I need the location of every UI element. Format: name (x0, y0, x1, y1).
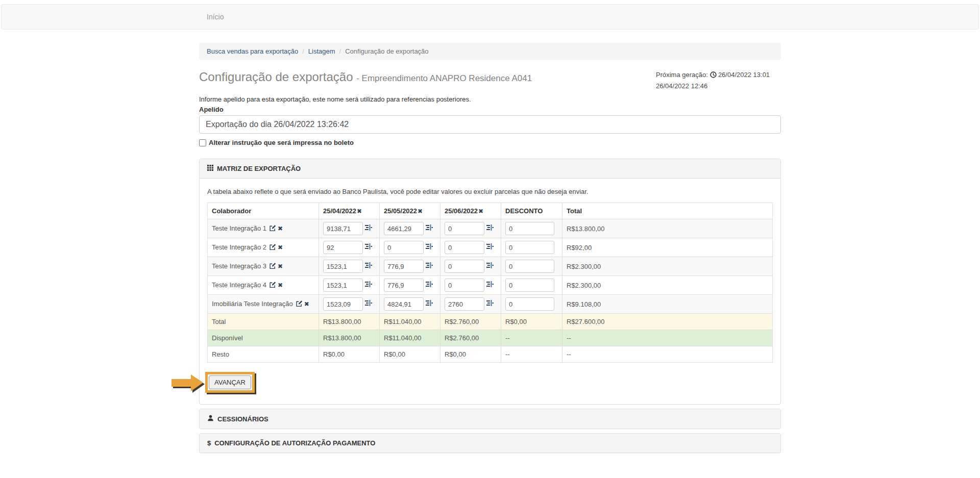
installment-input[interactable] (323, 222, 363, 235)
edit-row-icon[interactable] (269, 263, 276, 271)
row-total: R$2.300,00 (562, 257, 773, 276)
grid-icon (207, 165, 213, 172)
highlight-arrow-icon (172, 372, 205, 395)
table-row: Imobiliária Teste Integração✖ R$9.108,00 (208, 295, 773, 314)
installment-input[interactable] (323, 297, 363, 311)
col-header-date-3: 25/06/2022✖ (440, 203, 501, 219)
col-header-desconto: DESCONTO (501, 203, 562, 219)
installment-input[interactable] (323, 241, 363, 254)
cessionarios-panel-title: CESSIONÁRIOS (217, 415, 268, 423)
distribute-icon[interactable] (486, 244, 494, 251)
breadcrumb-link-busca-vendas[interactable]: Busca vendas para exportação (207, 47, 298, 55)
summary-cell: R$0,00 (380, 346, 440, 363)
autorizacao-pagamento-panel-header[interactable]: $ CONFIGURAÇÃO DE AUTORIZAÇÃO PAGAMENTO (200, 434, 780, 452)
edit-row-icon[interactable] (269, 244, 276, 252)
breadcrumb-link-listagem[interactable]: Listagem (308, 47, 335, 55)
col-header-colaborador: Colaborador (208, 203, 319, 219)
table-row: Teste Integração 4✖ R$2.300,00 (208, 276, 773, 295)
summary-cell: -- (562, 346, 773, 363)
distribute-icon[interactable] (365, 225, 372, 233)
highlight-box: AVANÇAR (205, 372, 255, 393)
next-generation-label: Próxima geração: (656, 71, 708, 79)
remove-row-icon[interactable]: ✖ (278, 225, 283, 232)
collaborator-name: Teste Integração 1 (212, 224, 266, 232)
col-header-total: Total (562, 203, 773, 219)
autorizacao-pagamento-panel: $ CONFIGURAÇÃO DE AUTORIZAÇÃO PAGAMENTO (199, 433, 781, 453)
distribute-icon[interactable] (426, 244, 433, 251)
summary-label: Resto (208, 346, 319, 363)
summary-cell: -- (501, 346, 562, 363)
installment-input[interactable] (384, 260, 424, 273)
distribute-icon[interactable] (426, 300, 433, 308)
remove-column-icon[interactable]: ✖ (418, 208, 423, 215)
alterar-instrucao-checkbox[interactable] (199, 139, 206, 146)
table-row: Teste Integração 3✖ R$2.300,00 (208, 257, 773, 276)
summary-row-disponivel: Disponível R$13.800,00 R$11.040,00 R$2.7… (208, 330, 773, 346)
export-matrix-table: Colaborador 25/04/2022✖ 25/05/2022✖ 25/0… (207, 203, 773, 363)
apelido-input[interactable] (199, 115, 781, 134)
distribute-icon[interactable] (365, 300, 372, 308)
summary-row-resto: Resto R$0,00 R$0,00 R$0,00 -- -- (208, 346, 773, 363)
summary-cell: R$27.600,00 (562, 314, 773, 330)
distribute-icon[interactable] (486, 300, 494, 308)
distribute-icon[interactable] (486, 263, 494, 270)
page-title: Configuração de exportação - Empreendime… (199, 70, 532, 84)
summary-cell: R$0,00 (440, 346, 501, 363)
breadcrumb: Busca vendas para exportação / Listagem … (199, 43, 781, 60)
remove-column-icon[interactable]: ✖ (357, 208, 362, 215)
installment-input[interactable] (384, 297, 424, 311)
nav-item-inicio[interactable]: Início (199, 5, 231, 29)
remove-row-icon[interactable]: ✖ (278, 282, 283, 289)
installment-input[interactable] (384, 241, 424, 254)
breadcrumb-current: Configuração de exportação (345, 47, 428, 55)
installment-input[interactable] (323, 260, 363, 273)
edit-row-icon[interactable] (269, 282, 276, 290)
installment-input[interactable] (445, 279, 484, 292)
remove-row-icon[interactable]: ✖ (304, 300, 309, 308)
collaborator-name: Teste Integração 4 (212, 281, 266, 289)
autorizacao-pagamento-panel-title: CONFIGURAÇÃO DE AUTORIZAÇÃO PAGAMENTO (214, 439, 375, 447)
installment-input[interactable] (384, 222, 424, 235)
table-row: Teste Integração 1✖ R$13.800,00 (208, 219, 773, 238)
next-generation-time: 26/04/2022 13:01 (718, 71, 770, 79)
distribute-icon[interactable] (365, 263, 372, 270)
installment-input[interactable] (445, 260, 484, 273)
matrix-panel-header[interactable]: MATRIZ DE EXPORTAÇÃO (200, 159, 780, 179)
col-header-label: Colaborador (212, 207, 251, 215)
edit-row-icon[interactable] (296, 301, 303, 309)
remove-row-icon[interactable]: ✖ (278, 244, 283, 251)
installment-input[interactable] (323, 279, 363, 292)
desconto-input[interactable] (505, 241, 554, 254)
remove-row-icon[interactable]: ✖ (278, 263, 283, 270)
alterar-instrucao-row: Alterar instrução que será impressa no b… (199, 139, 781, 146)
previous-generation-time: 26/04/2022 12:46 (656, 81, 781, 91)
distribute-icon[interactable] (365, 282, 372, 289)
installment-input[interactable] (445, 297, 484, 311)
col-header-label: Total (567, 207, 582, 215)
desconto-input[interactable] (505, 279, 554, 292)
distribute-icon[interactable] (426, 282, 433, 289)
distribute-icon[interactable] (365, 244, 372, 251)
installment-input[interactable] (445, 241, 484, 254)
distribute-icon[interactable] (426, 263, 433, 270)
col-header-date-1: 25/04/2022✖ (319, 203, 380, 219)
installment-input[interactable] (445, 222, 484, 235)
row-total: R$2.300,00 (562, 276, 773, 295)
row-total: R$9.108,00 (562, 295, 773, 314)
desconto-input[interactable] (505, 222, 554, 235)
remove-column-icon[interactable]: ✖ (478, 208, 483, 215)
desconto-input[interactable] (505, 297, 554, 311)
cessionarios-panel-header[interactable]: CESSIONÁRIOS (200, 409, 780, 429)
installment-input[interactable] (384, 279, 424, 292)
summary-cell: R$11.040,00 (380, 314, 440, 330)
main-content: Busca vendas para exportação / Listagem … (191, 43, 789, 453)
summary-cell: R$0,00 (501, 314, 562, 330)
distribute-icon[interactable] (486, 225, 494, 233)
avancar-button[interactable]: AVANÇAR (209, 375, 251, 389)
summary-cell: -- (501, 330, 562, 346)
desconto-input[interactable] (505, 260, 554, 273)
edit-row-icon[interactable] (269, 225, 276, 233)
distribute-icon[interactable] (426, 225, 433, 233)
distribute-icon[interactable] (486, 282, 494, 289)
page-subtitle: - Empreendimento ANAPRO Residence A041 (356, 73, 532, 83)
